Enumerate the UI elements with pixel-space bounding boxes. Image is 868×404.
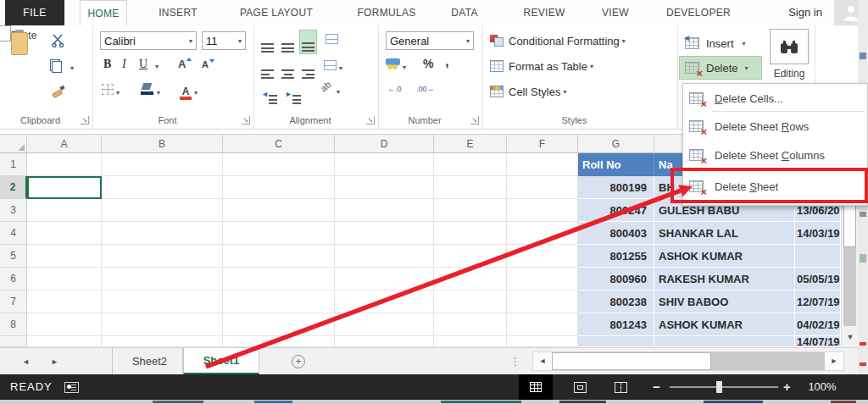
cell-name[interactable]: SHIV BABOO (654, 291, 795, 313)
cell[interactable] (507, 199, 578, 222)
cell[interactable] (27, 336, 102, 347)
cell[interactable] (223, 336, 335, 347)
menu-item-delete-cells[interactable]: × Delete Cells... (683, 86, 867, 111)
horizontal-scrollbar[interactable]: ◄ ► (532, 351, 844, 371)
column-header-b[interactable]: B (102, 135, 223, 153)
cell[interactable] (102, 268, 223, 291)
cell[interactable] (102, 245, 223, 268)
cell[interactable] (434, 176, 507, 199)
zoom-out-button[interactable]: − (653, 374, 660, 400)
cell[interactable] (434, 313, 507, 336)
select-all-corner[interactable] (0, 135, 27, 153)
cell[interactable] (335, 245, 434, 268)
align-left-button[interactable] (261, 59, 274, 79)
insert-button[interactable]: ◄ Insert ▾ (680, 32, 761, 54)
cell[interactable] (27, 313, 102, 336)
cell[interactable] (27, 222, 102, 245)
zoom-slider-thumb[interactable] (716, 381, 722, 393)
cell-date[interactable]: 14/03/19 (795, 222, 841, 245)
cell-name[interactable]: ASHOK KUMAR (654, 245, 795, 268)
cell[interactable] (434, 291, 507, 313)
cell[interactable] (223, 245, 335, 268)
cell[interactable] (335, 268, 434, 291)
cell-roll[interactable]: 800238 (578, 291, 654, 313)
merge-center-button[interactable]: ▾ (324, 58, 342, 74)
menu-item-delete-sheet-columns[interactable]: × Delete Sheet Columns (683, 141, 867, 169)
cell[interactable] (507, 153, 578, 176)
cell[interactable] (335, 199, 434, 222)
cell[interactable] (507, 245, 578, 268)
cell-date[interactable] (795, 245, 841, 268)
cell[interactable] (335, 153, 434, 176)
cell[interactable] (335, 222, 434, 245)
borders-button[interactable]: ▾ (102, 83, 120, 98)
cell[interactable] (434, 153, 507, 176)
font-name-combobox[interactable]: Calibri ▾ (100, 31, 197, 50)
decrease-indent-button[interactable]: ◄ (261, 85, 277, 104)
cut-button[interactable] (51, 34, 65, 51)
increase-decimal-button[interactable]: ←.0 (387, 85, 402, 93)
top-align-button[interactable] (261, 33, 274, 53)
comma-style-button[interactable]: , (445, 53, 449, 70)
macro-record-icon[interactable] (64, 382, 79, 393)
cell[interactable] (434, 336, 507, 347)
row-header-4[interactable]: 4 (0, 222, 27, 245)
cell[interactable] (434, 268, 507, 291)
row-header-5[interactable]: 5 (0, 245, 27, 268)
cell[interactable] (27, 153, 102, 176)
cell[interactable] (223, 313, 335, 336)
conditional-formatting-button[interactable]: Conditional Formatting ▾ (490, 31, 626, 50)
sheet-tab-sheet2[interactable]: Sheet2 (117, 348, 183, 374)
find-select-button[interactable] (770, 29, 809, 64)
cell-styles-button[interactable]: Cell Styles ▾ (490, 82, 566, 101)
cell-date[interactable]: 14/07/19 (795, 336, 841, 347)
tab-formulas[interactable]: FORMULAS (344, 0, 429, 25)
font-dialog-launcher[interactable]: ↘ (242, 116, 250, 125)
orientation-button[interactable]: ab (319, 79, 333, 93)
cell[interactable] (223, 176, 335, 199)
cell-roll[interactable] (578, 336, 654, 347)
tab-home[interactable]: HOME (80, 0, 127, 25)
cell[interactable] (507, 176, 578, 199)
cell[interactable] (223, 268, 335, 291)
alignment-dialog-launcher[interactable]: ↘ (366, 116, 375, 125)
bottom-align-button[interactable] (300, 30, 316, 53)
cell[interactable] (507, 268, 578, 291)
cell-name[interactable] (654, 336, 795, 347)
column-header-g[interactable]: G (578, 135, 654, 153)
cell[interactable] (434, 199, 507, 222)
fill-color-button[interactable]: ▾ (141, 83, 160, 98)
format-as-table-button[interactable]: Format as Table ▾ (490, 57, 593, 75)
cell-roll[interactable]: 800403 (578, 222, 654, 245)
scroll-down-arrow-icon[interactable]: ▼ (842, 328, 859, 346)
decrease-font-size-button[interactable]: A (202, 59, 214, 69)
tab-view[interactable]: VIEW (593, 0, 637, 25)
cell[interactable] (335, 336, 434, 347)
page-layout-view-button[interactable] (563, 374, 597, 400)
column-header-f[interactable]: F (507, 135, 578, 153)
underline-button[interactable]: U (139, 58, 147, 71)
page-break-view-button[interactable] (604, 374, 637, 400)
column-header-c[interactable]: C (223, 135, 335, 153)
cell[interactable] (507, 313, 578, 336)
cell[interactable] (27, 268, 102, 291)
increase-indent-button[interactable]: ► (285, 85, 301, 104)
previous-sheet-arrow-icon[interactable]: ◄ (22, 348, 30, 375)
cell[interactable] (27, 199, 102, 222)
cell[interactable] (434, 245, 507, 268)
cell-roll-no-header[interactable]: Roll No (578, 153, 654, 176)
cell[interactable] (102, 336, 223, 347)
accounting-format-button[interactable]: ▾ (386, 58, 406, 73)
row-header-7[interactable]: 7 (0, 291, 27, 313)
cell-roll[interactable]: 800247 (578, 199, 654, 222)
cell[interactable] (27, 291, 102, 313)
cell-name[interactable]: SHANKAR LAL (654, 222, 795, 245)
cell[interactable] (102, 199, 223, 222)
cell[interactable] (223, 199, 335, 222)
decrease-decimal-button[interactable]: .00→ (416, 85, 435, 93)
cell[interactable] (335, 313, 434, 336)
center-button[interactable] (281, 59, 294, 79)
sheet-tab-sheet1-active[interactable]: Sheet1 (183, 348, 259, 375)
scroll-right-arrow-icon[interactable]: ► (825, 352, 843, 370)
paste-button[interactable]: Paste ▾ (4, 30, 43, 114)
